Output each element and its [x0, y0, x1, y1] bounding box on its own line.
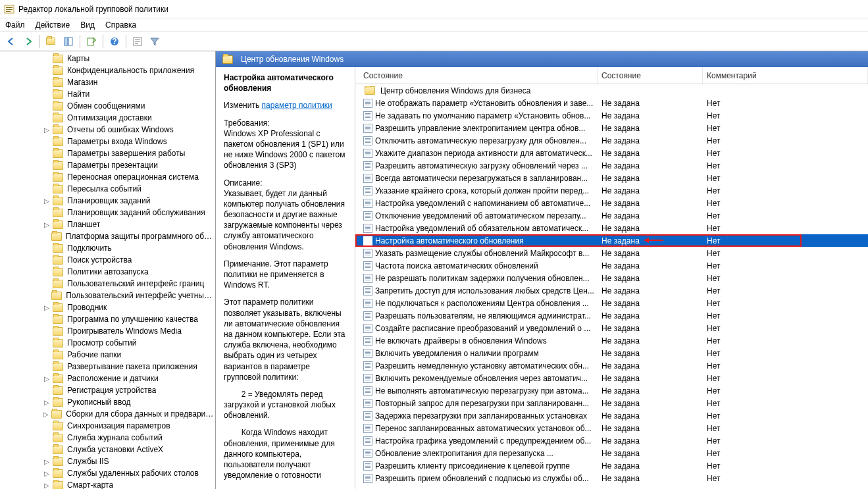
tree-item[interactable]: Проигрыватель Windows Media	[0, 325, 215, 337]
list-row[interactable]: Отключение уведомлений об автоматическом…	[355, 209, 868, 222]
tree-item[interactable]: Служба журнала событий	[0, 432, 215, 444]
list-row[interactable]: Настройка автоматического обновленияНе з…	[355, 234, 868, 247]
tree-item[interactable]: Служба установки ActiveX	[0, 444, 215, 455]
list-row[interactable]: Включить уведомления о наличии программН…	[355, 347, 868, 359]
tree-item[interactable]: Развертывание пакета приложения	[0, 361, 215, 373]
filter-button[interactable]	[147, 34, 162, 49]
tree-item[interactable]: ▷Проводник	[0, 301, 215, 313]
list-row[interactable]: Запретить доступ для использования любых…	[355, 284, 868, 297]
expander-icon[interactable]: ▷	[42, 374, 51, 383]
list-row[interactable]: Настройка графика уведомлений с предупре…	[355, 434, 868, 447]
list-row[interactable]: Настройка уведомлений с напоминанием об …	[355, 197, 868, 209]
list-row[interactable]: Частота поиска автоматических обновлений…	[355, 259, 868, 272]
cell-comment: Нет	[703, 199, 868, 208]
list-row[interactable]: Настройка уведомлений об обязательном ав…	[355, 222, 868, 234]
expander-icon[interactable]: ▷	[42, 196, 51, 205]
tree-item[interactable]: Платформа защиты программного обеспечени…	[0, 230, 215, 242]
tree-item[interactable]: Конфиденциальность приложения	[0, 64, 215, 76]
tree-item[interactable]: ▷Сборки для сбора данных и предварительн…	[0, 408, 215, 420]
list-row[interactable]: Обновление электропитания для перезапуск…	[355, 447, 868, 459]
back-button[interactable]	[4, 34, 18, 49]
expander-icon[interactable]: ▷	[42, 398, 51, 407]
tree-item[interactable]: Найти	[0, 88, 215, 100]
list-row[interactable]: Указать размещение службы обновлений Май…	[355, 247, 868, 259]
list-row[interactable]: Повторный запрос для перезагрузки при за…	[355, 397, 868, 409]
expander-icon[interactable]: ▷	[42, 457, 51, 466]
tree-item[interactable]: Оптимизация доставки	[0, 112, 215, 124]
expander-icon[interactable]: ▷	[42, 220, 51, 229]
list-row[interactable]: Не выполнять автоматическую перезагрузку…	[355, 384, 868, 397]
tree-item[interactable]: Обмен сообщениями	[0, 100, 215, 112]
tree-item[interactable]: Переносная операционная система	[0, 171, 215, 183]
list-row[interactable]: Разрешить клиенту присоединение к целево…	[355, 459, 868, 472]
list-row[interactable]: Задержка перезагрузки при запланированны…	[355, 409, 868, 422]
expander-icon	[42, 232, 50, 241]
tree-item[interactable]: Политики автозапуска	[0, 266, 215, 278]
expander-icon[interactable]: ▷	[42, 469, 51, 478]
forward-button[interactable]	[21, 34, 36, 49]
list-row[interactable]: Разрешить прием обновлений с подписью из…	[355, 472, 868, 484]
list-row[interactable]: Включить рекомендуемые обновления через …	[355, 372, 868, 384]
list-row[interactable]: Разрешить автоматическую загрузку обновл…	[355, 159, 868, 172]
expander-icon[interactable]: ▷	[42, 125, 51, 134]
list-row[interactable]: Разрешить управление электропитанием цен…	[355, 122, 868, 134]
expander-icon[interactable]: ▷	[42, 409, 50, 419]
help-button[interactable]: ?	[107, 34, 122, 49]
tree-item[interactable]: ▷Планшет	[0, 219, 215, 230]
tree-item[interactable]: Синхронизация параметров	[0, 420, 215, 432]
tree-item[interactable]: Пользовательский интерфейс учетных данны…	[0, 290, 215, 301]
tree-item[interactable]: Планировщик заданий обслуживания	[0, 207, 215, 219]
list-row[interactable]: Укажите диапазон периода активности для …	[355, 147, 868, 159]
tree-item[interactable]: Подключить	[0, 242, 215, 254]
tree-item[interactable]: ▷Службы IIS	[0, 455, 215, 467]
properties-button[interactable]	[130, 34, 145, 49]
menu-view[interactable]: Вид	[80, 20, 95, 30]
expander-icon[interactable]: ▷	[42, 303, 51, 312]
col-comment[interactable]: Комментарий	[703, 67, 868, 84]
scope-tree[interactable]: КартыКонфиденциальность приложенияМагази…	[0, 51, 216, 489]
expander-icon[interactable]: ▷	[42, 480, 51, 489]
list-row[interactable]: Указание крайнего срока, который должен …	[355, 184, 868, 197]
list-row[interactable]: Не отображать параметр «Установить обнов…	[355, 97, 868, 109]
list-row[interactable]: Разрешать пользователям, не являющимся а…	[355, 309, 868, 322]
list-row[interactable]: Отключить автоматическую перезагрузку дл…	[355, 134, 868, 147]
up-button[interactable]	[44, 34, 59, 49]
list-body[interactable]: Центр обновления Windows для бизнесаНе о…	[355, 84, 868, 489]
tree-item[interactable]: Параметры презентации	[0, 159, 215, 171]
tree-item[interactable]: Рабочие папки	[0, 349, 215, 361]
tree-item[interactable]: Регистрация устройства	[0, 384, 215, 396]
tree-item[interactable]: Пересылка событий	[0, 183, 215, 195]
tree-item[interactable]: ▷Отчеты об ошибках Windows	[0, 124, 215, 136]
list-row[interactable]: Перенос запланированных автоматических у…	[355, 422, 868, 434]
tree-item[interactable]: Параметры завершения работы	[0, 147, 215, 159]
tree-item[interactable]: Параметры входа Windows	[0, 136, 215, 147]
list-row[interactable]: Создайте расписание преобразований и уве…	[355, 322, 868, 334]
tree-item[interactable]: Просмотр событий	[0, 337, 215, 349]
edit-policy-link[interactable]: параметр политики	[261, 101, 332, 110]
setting-icon	[363, 299, 372, 308]
list-row[interactable]: Разрешить немедленную установку автомати…	[355, 359, 868, 372]
list-row[interactable]: Не включать драйверы в обновления Window…	[355, 334, 868, 347]
menu-file[interactable]: Файл	[5, 20, 25, 30]
tree-item[interactable]: ▷Планировщик заданий	[0, 195, 215, 207]
menu-help[interactable]: Справка	[105, 20, 136, 30]
tree-item[interactable]: Программа по улучшению качества	[0, 313, 215, 325]
tree-item[interactable]: ▷Рукописный ввод	[0, 396, 215, 408]
list-row[interactable]: Всегда автоматически перезагружаться в з…	[355, 172, 868, 184]
list-row[interactable]: Не подключаться к расположениям Центра о…	[355, 297, 868, 309]
tree-item[interactable]: Поиск устройства	[0, 254, 215, 266]
export-button[interactable]	[84, 34, 99, 49]
tree-item[interactable]: Карты	[0, 53, 215, 64]
col-state[interactable]: Состояние	[598, 67, 703, 84]
tree-item[interactable]: ▷Смарт-карта	[0, 479, 215, 489]
tree-item[interactable]: ▷Расположение и датчики	[0, 373, 215, 384]
list-row[interactable]: Не задавать по умолчанию параметр «Устан…	[355, 109, 868, 122]
menu-action[interactable]: Действие	[36, 20, 70, 30]
list-row[interactable]: Центр обновления Windows для бизнеса	[355, 84, 868, 97]
col-name[interactable]: Состояние	[359, 67, 598, 84]
tree-item[interactable]: Магазин	[0, 76, 215, 88]
tree-item[interactable]: Пользовательский интерфейс границ	[0, 278, 215, 290]
show-hide-button[interactable]	[61, 34, 76, 49]
tree-item[interactable]: ▷Службы удаленных рабочих столов	[0, 467, 215, 479]
list-row[interactable]: Не разрешать политикам задержки получени…	[355, 272, 868, 284]
